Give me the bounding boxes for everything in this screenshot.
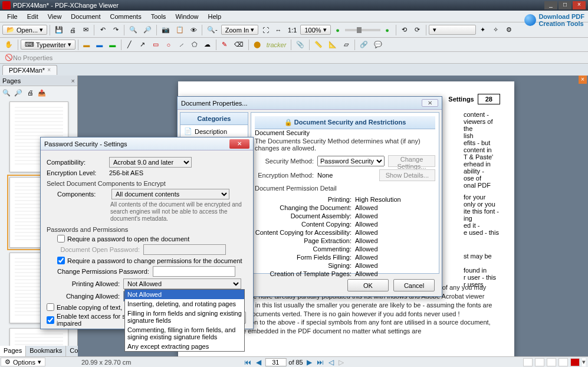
cancel-button[interactable]: Cancel: [393, 279, 435, 291]
menu-window[interactable]: Window: [170, 12, 203, 21]
typewriter-button[interactable]: ⌨ Typewriter ▾: [21, 40, 75, 50]
print-thumb-icon[interactable]: 🖨: [25, 87, 35, 98]
close-panel-icon[interactable]: ×: [71, 77, 75, 84]
clipboard-icon[interactable]: 📋: [173, 24, 186, 36]
close-tab-icon[interactable]: ×: [47, 67, 51, 73]
measure-icon[interactable]: 📐: [326, 39, 339, 51]
zoom-out-thumb-icon[interactable]: 🔍: [1, 87, 12, 98]
security-method-select[interactable]: Password Security: [317, 156, 385, 166]
ruler-icon[interactable]: 📏: [312, 39, 325, 51]
rotate-right-icon[interactable]: ⟳: [412, 24, 423, 36]
pencil-icon[interactable]: ✎: [219, 39, 231, 51]
first-page-icon[interactable]: ⏮: [243, 358, 252, 366]
last-page-icon[interactable]: ⏭: [316, 358, 325, 366]
minimize-button[interactable]: _: [544, 1, 557, 9]
attach-icon[interactable]: 📎: [294, 39, 307, 51]
zoom-in-thumb-icon[interactable]: 🔎: [13, 87, 24, 98]
require-perm-password-checkbox[interactable]: [57, 257, 65, 264]
layout4-icon[interactable]: [559, 358, 568, 366]
rotate-left-icon[interactable]: ⟲: [399, 24, 410, 36]
oval-icon[interactable]: ○: [163, 39, 175, 51]
layout3-icon[interactable]: [547, 358, 556, 366]
prev-page-icon[interactable]: ◀: [255, 358, 262, 366]
link-icon[interactable]: 🔗: [357, 39, 370, 51]
strikeout-icon[interactable]: ▬: [94, 39, 106, 51]
mail-icon[interactable]: ✉: [80, 24, 91, 36]
polyline-icon[interactable]: ⟋: [176, 39, 188, 51]
close-button[interactable]: ×: [573, 1, 586, 9]
actual-size-icon[interactable]: 1:1: [285, 24, 299, 36]
menu-file[interactable]: File: [2, 12, 22, 21]
layout2-icon[interactable]: [535, 358, 544, 366]
callout-icon[interactable]: 💬: [372, 39, 385, 51]
nav-icon[interactable]: ✦: [477, 24, 489, 36]
dropdown-option[interactable]: Not Allowed: [125, 290, 244, 299]
dropdown-option[interactable]: Any except extracting pages: [125, 342, 244, 351]
dropdown-option[interactable]: Commenting, filling in form fields, and …: [125, 325, 244, 342]
zoom-in-button[interactable]: Zoom In ▾: [221, 25, 258, 35]
line-icon[interactable]: ╱: [124, 39, 136, 51]
close-doc-icon[interactable]: ×: [579, 76, 587, 84]
zoom-plus-icon[interactable]: ●: [382, 24, 393, 36]
zoom-out-icon[interactable]: 🔍-: [205, 24, 220, 36]
compatibility-select[interactable]: Acrobat 9.0 and later: [109, 157, 192, 168]
eraser-icon[interactable]: ⌫: [232, 39, 246, 51]
undo-icon[interactable]: ↶: [97, 24, 109, 36]
stamp-icon[interactable]: ⬤: [251, 39, 263, 51]
page-number-input[interactable]: [265, 358, 286, 366]
dialog-close-icon[interactable]: ✕: [422, 99, 438, 107]
menu-help[interactable]: Help: [203, 12, 226, 21]
changing-allowed-dropdown[interactable]: Not AllowedInserting, deleting, and rota…: [124, 289, 245, 352]
area-icon[interactable]: ▱: [340, 39, 352, 51]
redo-icon[interactable]: ↷: [110, 24, 121, 36]
menu-tools[interactable]: Tools: [146, 12, 171, 21]
download-badge[interactable]: Download PDFCreation Tools: [524, 13, 584, 27]
zoom-minus-icon[interactable]: ●: [332, 24, 344, 36]
prev-view-icon[interactable]: ◁: [327, 358, 335, 366]
components-select[interactable]: All document contents: [111, 189, 229, 199]
side-tab-pages[interactable]: Pages: [0, 346, 26, 356]
side-tab-bookmarks[interactable]: Bookmarks: [26, 346, 66, 356]
print-icon[interactable]: 🖨: [67, 24, 78, 36]
ok-button[interactable]: OK: [347, 279, 389, 291]
arrow-icon[interactable]: ↗: [137, 39, 149, 51]
document-tab[interactable]: PDFX4Man*×: [2, 65, 57, 75]
snapshot-icon[interactable]: 📷: [159, 24, 172, 36]
change-settings-button[interactable]: Change Settings...: [388, 155, 435, 167]
fit-page-icon[interactable]: ⛶: [259, 24, 271, 36]
menu-view[interactable]: View: [43, 12, 67, 21]
menu-comments[interactable]: Comments: [106, 12, 146, 21]
next-page-icon[interactable]: ▶: [306, 358, 313, 366]
menu-document[interactable]: Document: [66, 12, 105, 21]
search-icon[interactable]: 🔎: [141, 24, 154, 36]
dropdown-option[interactable]: Filling in form fields and signing exist…: [125, 309, 244, 325]
export-thumb-icon[interactable]: 📤: [37, 87, 47, 98]
page-display-dropdown[interactable]: ▾: [429, 25, 476, 35]
underline-icon[interactable]: ▬: [107, 39, 119, 51]
hand-icon[interactable]: ✋: [2, 39, 15, 51]
options-button[interactable]: ⚙ Options ▾: [1, 358, 45, 366]
tracker-icon[interactable]: tracker: [264, 39, 289, 51]
show-details-button[interactable]: Show Details...: [379, 169, 435, 181]
find-icon[interactable]: 🔍: [127, 24, 140, 36]
maximize-button[interactable]: □: [559, 1, 571, 9]
category-description[interactable]: 📄 Description: [180, 125, 248, 137]
dropdown-option[interactable]: Inserting, deleting, and rotating pages: [125, 299, 244, 309]
save-icon[interactable]: 💾: [52, 24, 65, 36]
pdf-icon[interactable]: [570, 358, 580, 366]
cloud-icon[interactable]: ☁: [202, 39, 213, 51]
printing-allowed-select[interactable]: Not Allowed: [123, 278, 241, 289]
zoom-level[interactable]: 100% ▾: [300, 25, 330, 35]
enable-text-access-checkbox[interactable]: [47, 316, 54, 324]
polygon-icon[interactable]: ⬠: [189, 39, 201, 51]
layout1-icon[interactable]: [523, 358, 533, 366]
dialog-close-button[interactable]: ✕: [229, 139, 249, 149]
enable-copying-checkbox[interactable]: [47, 303, 54, 311]
zoom-slider[interactable]: [345, 29, 380, 31]
ocr-icon[interactable]: 👁: [188, 24, 199, 36]
menu-edit[interactable]: Edit: [22, 12, 43, 21]
rect-icon[interactable]: ▭: [150, 39, 162, 51]
highlight-icon[interactable]: ▬: [81, 39, 93, 51]
open-button[interactable]: 📂 Open... ▾: [2, 25, 47, 35]
require-open-password-checkbox[interactable]: [57, 235, 65, 243]
